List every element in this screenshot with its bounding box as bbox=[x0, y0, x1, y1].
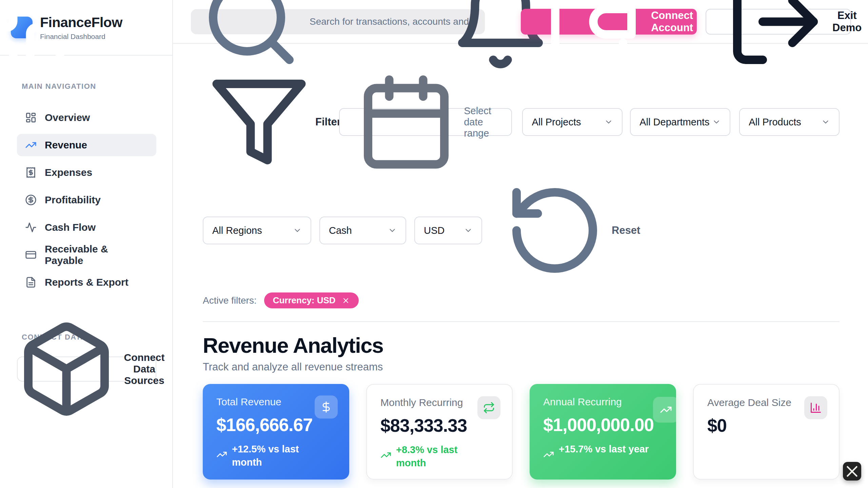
credit-card-icon bbox=[25, 249, 37, 261]
dollar-sign-icon bbox=[315, 395, 338, 419]
filters-row-2: All Regions Cash USD Reset bbox=[203, 180, 840, 281]
sidebar-item-overview[interactable]: Overview bbox=[17, 106, 156, 129]
nav-list: OverviewRevenueExpensesProfitabilityCash… bbox=[17, 106, 156, 293]
kpi-card-average-deal-size: Average Deal Size$0 bbox=[693, 384, 840, 480]
reset-label: Reset bbox=[612, 224, 640, 237]
kpi-trend-text: +8.3% vs last month bbox=[396, 443, 481, 470]
active-filter-chip[interactable]: Currency: USD bbox=[264, 292, 359, 308]
sidebar-item-label: Reports & Export bbox=[45, 277, 129, 288]
nav-section-label: MAIN NAVIGATION bbox=[17, 82, 156, 91]
trending-up-icon bbox=[543, 444, 554, 455]
search-box bbox=[191, 9, 485, 34]
trending-up-icon bbox=[216, 444, 227, 455]
exit-demo-label: Exit Demo bbox=[832, 9, 862, 34]
sidebar-item-cash-flow[interactable]: Cash Flow bbox=[17, 216, 156, 239]
date-range-placeholder: Select date range bbox=[464, 105, 502, 139]
kpi-trend-text: +12.5% vs last month bbox=[232, 443, 317, 469]
app-subtitle: Financial Dashboard bbox=[40, 33, 122, 41]
main-navigation: MAIN NAVIGATION OverviewRevenueExpensesP… bbox=[0, 56, 172, 293]
connect-data-section: CONNECT DATA Connect Data Sources bbox=[17, 333, 156, 382]
remove-filter-icon[interactable] bbox=[342, 297, 350, 305]
currency-select[interactable]: USD bbox=[414, 217, 482, 244]
sidebar-item-receivable-payable[interactable]: Receivable & Payable bbox=[17, 244, 156, 266]
departments-select[interactable]: All Departments bbox=[630, 108, 730, 136]
sidebar-item-profitability[interactable]: Profitability bbox=[17, 189, 156, 211]
topbar: Connect Account Exit Demo bbox=[173, 0, 868, 44]
connect-data-sources-button[interactable]: Connect Data Sources bbox=[17, 357, 156, 382]
section-divider bbox=[203, 321, 840, 322]
sidebar-item-label: Receivable & Payable bbox=[45, 243, 148, 266]
page-title: Revenue Analytics bbox=[203, 333, 840, 358]
activity-icon bbox=[25, 222, 37, 233]
kpi-title: Annual Recurring bbox=[543, 396, 663, 408]
dashboard-icon bbox=[25, 112, 37, 123]
reset-filters-button[interactable]: Reset bbox=[498, 180, 640, 281]
page-subtitle: Track and analyze all revenue streams bbox=[203, 361, 840, 373]
sidebar-item-revenue[interactable]: Revenue bbox=[17, 134, 156, 156]
kpi-trend: +15.7% vs last year bbox=[543, 443, 663, 456]
sidebar-item-label: Expenses bbox=[45, 167, 92, 178]
repeat-icon bbox=[477, 396, 500, 419]
app-logo bbox=[11, 17, 33, 38]
chevron-down-icon bbox=[604, 118, 613, 126]
products-value: All Products bbox=[749, 117, 801, 128]
kpi-trend: +8.3% vs last month bbox=[380, 443, 498, 470]
chevron-down-icon bbox=[712, 118, 721, 126]
dollar-circle-icon bbox=[25, 194, 37, 206]
sidebar-item-label: Cash Flow bbox=[45, 222, 96, 233]
connect-account-button[interactable]: Connect Account bbox=[521, 9, 697, 35]
payment-type-select[interactable]: Cash bbox=[319, 217, 406, 244]
products-select[interactable]: All Products bbox=[739, 108, 840, 136]
connect-data-sources-label: Connect Data Sources bbox=[124, 352, 165, 386]
cube-icon bbox=[16, 318, 117, 420]
regions-select[interactable]: All Regions bbox=[203, 217, 311, 244]
trending-up-icon bbox=[653, 397, 676, 423]
projects-select[interactable]: All Projects bbox=[522, 108, 623, 136]
date-range-input[interactable]: Select date range bbox=[339, 108, 512, 136]
active-filters-label: Active filters: bbox=[203, 295, 257, 306]
main-content: Filters Select date range All Projects A… bbox=[173, 44, 868, 488]
payment-type-value: Cash bbox=[329, 225, 352, 236]
sidebar: FinanceFlow Financial Dashboard MAIN NAV… bbox=[0, 0, 173, 488]
chevron-down-icon bbox=[388, 226, 397, 235]
kpi-card-annual-recurring: Annual Recurring$1,000,000.00+15.7% vs l… bbox=[530, 384, 676, 480]
active-filters-row: Active filters: Currency: USD bbox=[203, 292, 840, 308]
filters-label: Filters bbox=[203, 71, 334, 173]
notifications-button[interactable] bbox=[495, 14, 506, 29]
regions-value: All Regions bbox=[212, 225, 262, 236]
projects-value: All Projects bbox=[532, 117, 581, 128]
funnel-icon bbox=[208, 71, 310, 173]
kpi-card-monthly-recurring: Monthly Recurring$83,333.33+8.3% vs last… bbox=[366, 384, 513, 480]
trending-up-icon bbox=[25, 139, 37, 151]
trending-up-icon bbox=[380, 445, 391, 456]
kpi-card-total-revenue: Total Revenue$166,666.67+12.5% vs last m… bbox=[203, 384, 349, 480]
chevron-down-icon bbox=[464, 226, 473, 235]
receipt-icon bbox=[25, 167, 37, 178]
kpi-row: Total Revenue$166,666.67+12.5% vs last m… bbox=[203, 384, 840, 480]
bar-chart-icon bbox=[804, 396, 827, 419]
calendar-icon bbox=[355, 71, 457, 173]
sidebar-item-reports-export[interactable]: Reports & Export bbox=[17, 271, 156, 293]
sidebar-item-label: Overview bbox=[45, 112, 90, 123]
currency-value: USD bbox=[424, 225, 445, 236]
brand: FinanceFlow Financial Dashboard bbox=[0, 0, 172, 56]
kpi-trend-text: +15.7% vs last year bbox=[559, 443, 649, 456]
app-title: FinanceFlow bbox=[40, 15, 122, 30]
rotate-ccw-icon bbox=[504, 180, 606, 281]
sidebar-item-expenses[interactable]: Expenses bbox=[17, 161, 156, 184]
file-text-icon bbox=[25, 277, 37, 288]
chevron-down-icon bbox=[821, 118, 830, 126]
close-overlay-button[interactable] bbox=[843, 462, 861, 481]
exit-demo-button[interactable]: Exit Demo bbox=[706, 9, 851, 35]
kpi-value: $1,000,000.00 bbox=[543, 414, 663, 435]
brand-text: FinanceFlow Financial Dashboard bbox=[40, 15, 122, 41]
departments-value: All Departments bbox=[639, 117, 709, 128]
connect-account-label: Connect Account bbox=[651, 9, 693, 34]
kpi-trend: +12.5% vs last month bbox=[216, 443, 336, 469]
close-icon bbox=[843, 462, 861, 481]
filters-row-1: Filters Select date range All Projects A… bbox=[203, 71, 840, 173]
sidebar-item-label: Profitability bbox=[45, 194, 101, 206]
sidebar-item-label: Revenue bbox=[45, 139, 87, 151]
active-filter-chip-label: Currency: USD bbox=[273, 295, 336, 306]
chevron-down-icon bbox=[293, 226, 302, 235]
